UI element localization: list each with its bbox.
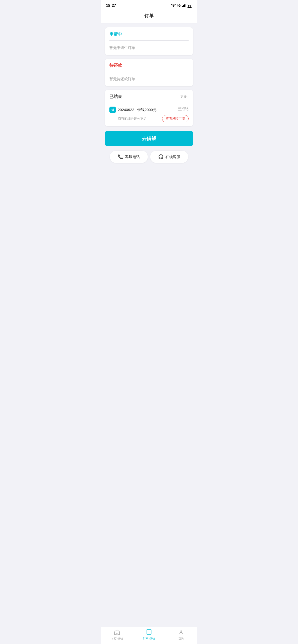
main-content: 申请中 暂无申请中订单 待还款 暂无待还款订单 已结束 更多 › 借 20240… <box>101 24 197 190</box>
battery-icon: 56 <box>187 4 192 8</box>
order-sub-text: 您当前综合评分不足 <box>118 116 147 121</box>
more-label: 更多 <box>180 94 187 99</box>
order-date: 20240922 <box>118 108 134 112</box>
order-status: 已拒绝 <box>178 106 189 111</box>
ended-divider <box>109 103 189 103</box>
order-sub-row: 您当前综合评分不足 查看风险可能 <box>109 115 189 122</box>
applying-title: 申请中 <box>109 31 189 37</box>
borrow-button[interactable]: 去借钱 <box>105 131 193 146</box>
order-type-icon: 借 <box>109 106 116 113</box>
order-item: 借 20240922 借钱2000元 已拒绝 您当前综合评分不足 查看风险可能 <box>109 106 189 122</box>
order-left: 借 20240922 借钱2000元 <box>109 106 157 113</box>
order-main-row: 借 20240922 借钱2000元 已拒绝 <box>109 106 189 113</box>
svg-rect-3 <box>185 4 186 7</box>
phone-icon: 📞 <box>118 154 123 160</box>
headset-icon: 🎧 <box>158 154 164 160</box>
online-service-label: 在线客服 <box>165 154 180 159</box>
status-bar: 18:27 4G 56 <box>101 0 197 10</box>
phone-service-label: 客服电话 <box>125 154 140 159</box>
page-header: 订单 <box>101 10 197 24</box>
risk-button[interactable]: 查看风险可能 <box>162 115 189 122</box>
pending-card: 待还款 暂无待还款订单 <box>105 58 193 86</box>
service-row: 📞 客服电话 🎧 在线客服 <box>105 151 193 163</box>
online-service-button[interactable]: 🎧 在线客服 <box>150 151 188 163</box>
chevron-right-icon: › <box>188 95 189 98</box>
order-info: 20240922 借钱2000元 <box>118 108 157 112</box>
more-link[interactable]: 更多 › <box>180 94 189 99</box>
svg-rect-2 <box>184 4 185 7</box>
signal-4g-icon: 4G <box>177 4 181 8</box>
pending-title: 待还款 <box>109 62 189 68</box>
wifi-icon <box>171 4 176 8</box>
status-icons: 4G 56 <box>171 4 192 8</box>
page-title: 订单 <box>144 13 154 18</box>
ended-title: 已结束 <box>109 94 122 100</box>
phone-service-button[interactable]: 📞 客服电话 <box>110 151 148 163</box>
order-amount: 借钱2000元 <box>137 108 156 112</box>
ended-card: 已结束 更多 › 借 20240922 借钱2000元 已拒绝 <box>105 90 193 126</box>
svg-rect-1 <box>183 5 184 7</box>
applying-divider <box>109 40 189 40</box>
pending-empty: 暂无待还款订单 <box>109 75 189 82</box>
status-time: 18:27 <box>106 4 116 8</box>
pending-divider <box>109 72 189 72</box>
applying-card: 申请中 暂无申请中订单 <box>105 27 193 55</box>
applying-empty: 暂无申请中订单 <box>109 44 189 51</box>
svg-rect-0 <box>182 6 183 7</box>
signal-bars-icon <box>182 4 186 8</box>
ended-header-row: 已结束 更多 › <box>109 94 189 100</box>
